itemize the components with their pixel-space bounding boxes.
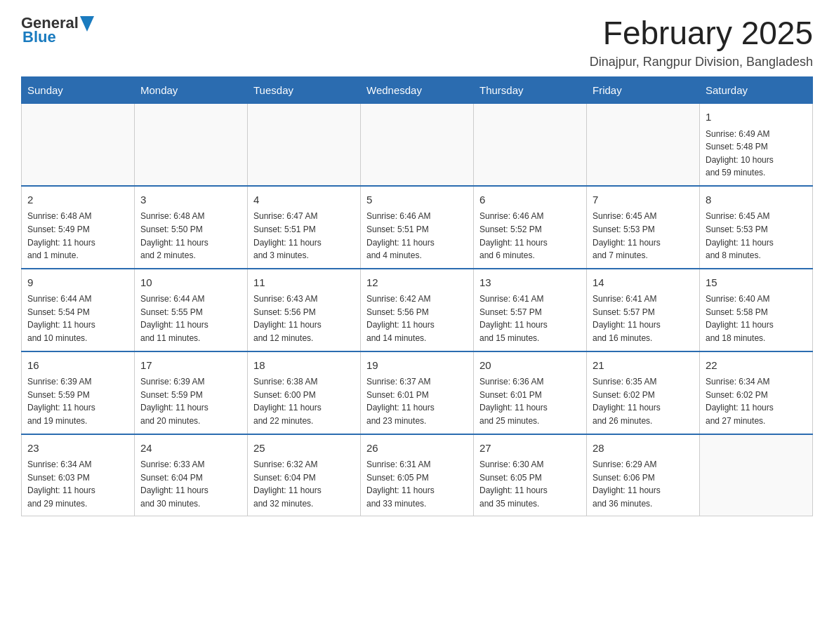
month-title: February 2025 xyxy=(590,14,813,52)
day-number: 4 xyxy=(253,192,355,208)
logo: General Blue xyxy=(21,14,94,46)
day-number: 12 xyxy=(366,275,468,291)
day-number: 20 xyxy=(479,358,581,374)
day-info: Sunrise: 6:39 AMSunset: 5:59 PMDaylight:… xyxy=(27,375,128,427)
day-number: 17 xyxy=(140,358,241,374)
day-info: Sunrise: 6:37 AMSunset: 6:01 PMDaylight:… xyxy=(366,375,468,427)
calendar-cell: 13Sunrise: 6:41 AMSunset: 5:57 PMDayligh… xyxy=(474,269,587,351)
location-subtitle: Dinajpur, Rangpur Division, Bangladesh xyxy=(590,55,813,69)
day-number: 18 xyxy=(253,358,355,374)
calendar-cell xyxy=(135,104,248,186)
day-info: Sunrise: 6:46 AMSunset: 5:52 PMDaylight:… xyxy=(479,210,581,262)
calendar-cell: 4Sunrise: 6:47 AMSunset: 5:51 PMDaylight… xyxy=(248,186,361,269)
calendar-cell: 27Sunrise: 6:30 AMSunset: 6:05 PMDayligh… xyxy=(474,434,587,516)
day-number: 23 xyxy=(27,441,128,457)
day-number: 28 xyxy=(593,441,694,457)
day-number: 19 xyxy=(366,358,468,374)
calendar-cell: 3Sunrise: 6:48 AMSunset: 5:50 PMDaylight… xyxy=(135,186,248,269)
calendar-cell: 2Sunrise: 6:48 AMSunset: 5:49 PMDaylight… xyxy=(22,186,135,269)
calendar-cell: 18Sunrise: 6:38 AMSunset: 6:00 PMDayligh… xyxy=(248,351,361,434)
logo-blue-text: Blue xyxy=(22,28,56,46)
day-info: Sunrise: 6:45 AMSunset: 5:53 PMDaylight:… xyxy=(593,210,694,262)
day-info: Sunrise: 6:32 AMSunset: 6:04 PMDaylight:… xyxy=(253,458,355,510)
day-info: Sunrise: 6:48 AMSunset: 5:50 PMDaylight:… xyxy=(140,210,241,262)
day-info: Sunrise: 6:46 AMSunset: 5:51 PMDaylight:… xyxy=(366,210,468,262)
day-number: 24 xyxy=(140,441,241,457)
day-number: 10 xyxy=(140,275,241,291)
day-number: 6 xyxy=(479,192,581,208)
calendar-cell xyxy=(22,104,135,186)
day-info: Sunrise: 6:41 AMSunset: 5:57 PMDaylight:… xyxy=(479,293,581,344)
day-number: 3 xyxy=(140,192,241,208)
day-info: Sunrise: 6:38 AMSunset: 6:00 PMDaylight:… xyxy=(253,375,355,427)
calendar-cell: 20Sunrise: 6:36 AMSunset: 6:01 PMDayligh… xyxy=(474,351,587,434)
title-section: February 2025 Dinajpur, Rangpur Division… xyxy=(590,14,813,69)
calendar-cell: 6Sunrise: 6:46 AMSunset: 5:52 PMDaylight… xyxy=(474,186,587,269)
day-info: Sunrise: 6:40 AMSunset: 5:58 PMDaylight:… xyxy=(706,293,807,344)
calendar-cell: 5Sunrise: 6:46 AMSunset: 5:51 PMDaylight… xyxy=(361,186,474,269)
calendar-week-row: 23Sunrise: 6:34 AMSunset: 6:03 PMDayligh… xyxy=(22,434,813,516)
calendar-cell: 10Sunrise: 6:44 AMSunset: 5:55 PMDayligh… xyxy=(135,269,248,351)
calendar-cell: 7Sunrise: 6:45 AMSunset: 5:53 PMDaylight… xyxy=(587,186,700,269)
day-number: 13 xyxy=(479,275,581,291)
weekday-header-sunday: Sunday xyxy=(22,77,135,104)
calendar-cell: 17Sunrise: 6:39 AMSunset: 5:59 PMDayligh… xyxy=(135,351,248,434)
day-info: Sunrise: 6:47 AMSunset: 5:51 PMDaylight:… xyxy=(253,210,355,262)
weekday-header-thursday: Thursday xyxy=(474,77,587,104)
day-info: Sunrise: 6:39 AMSunset: 5:59 PMDaylight:… xyxy=(140,375,241,427)
day-number: 16 xyxy=(27,358,128,374)
day-info: Sunrise: 6:45 AMSunset: 5:53 PMDaylight:… xyxy=(706,210,807,262)
calendar-cell: 12Sunrise: 6:42 AMSunset: 5:56 PMDayligh… xyxy=(361,269,474,351)
calendar-cell xyxy=(587,104,700,186)
day-number: 2 xyxy=(27,192,128,208)
calendar-cell: 25Sunrise: 6:32 AMSunset: 6:04 PMDayligh… xyxy=(248,434,361,516)
day-number: 15 xyxy=(706,275,807,291)
calendar-cell xyxy=(248,104,361,186)
day-info: Sunrise: 6:31 AMSunset: 6:05 PMDaylight:… xyxy=(366,458,468,510)
calendar-header-row: SundayMondayTuesdayWednesdayThursdayFrid… xyxy=(22,77,813,104)
calendar-cell: 11Sunrise: 6:43 AMSunset: 5:56 PMDayligh… xyxy=(248,269,361,351)
day-info: Sunrise: 6:43 AMSunset: 5:56 PMDaylight:… xyxy=(253,293,355,344)
day-info: Sunrise: 6:34 AMSunset: 6:02 PMDaylight:… xyxy=(706,375,807,427)
calendar-cell xyxy=(700,434,813,516)
day-info: Sunrise: 6:33 AMSunset: 6:04 PMDaylight:… xyxy=(140,458,241,510)
page-header: General Blue February 2025 Dinajpur, Ran… xyxy=(21,14,813,69)
weekday-header-monday: Monday xyxy=(135,77,248,104)
calendar-cell: 21Sunrise: 6:35 AMSunset: 6:02 PMDayligh… xyxy=(587,351,700,434)
calendar-cell: 28Sunrise: 6:29 AMSunset: 6:06 PMDayligh… xyxy=(587,434,700,516)
weekday-header-saturday: Saturday xyxy=(700,77,813,104)
calendar-week-row: 1Sunrise: 6:49 AMSunset: 5:48 PMDaylight… xyxy=(22,104,813,186)
logo-triangle-icon xyxy=(80,16,94,32)
calendar-cell: 16Sunrise: 6:39 AMSunset: 5:59 PMDayligh… xyxy=(22,351,135,434)
day-info: Sunrise: 6:34 AMSunset: 6:03 PMDaylight:… xyxy=(27,458,128,510)
calendar-cell xyxy=(361,104,474,186)
calendar-week-row: 9Sunrise: 6:44 AMSunset: 5:54 PMDaylight… xyxy=(22,269,813,351)
day-number: 5 xyxy=(366,192,468,208)
day-info: Sunrise: 6:49 AMSunset: 5:48 PMDaylight:… xyxy=(706,128,807,180)
day-info: Sunrise: 6:44 AMSunset: 5:55 PMDaylight:… xyxy=(140,293,241,344)
day-number: 21 xyxy=(593,358,694,374)
calendar-cell: 1Sunrise: 6:49 AMSunset: 5:48 PMDaylight… xyxy=(700,104,813,186)
day-number: 7 xyxy=(593,192,694,208)
day-info: Sunrise: 6:36 AMSunset: 6:01 PMDaylight:… xyxy=(479,375,581,427)
weekday-header-friday: Friday xyxy=(587,77,700,104)
calendar-table: SundayMondayTuesdayWednesdayThursdayFrid… xyxy=(21,76,813,516)
calendar-cell xyxy=(474,104,587,186)
day-number: 8 xyxy=(706,192,807,208)
day-info: Sunrise: 6:30 AMSunset: 6:05 PMDaylight:… xyxy=(479,458,581,510)
day-info: Sunrise: 6:44 AMSunset: 5:54 PMDaylight:… xyxy=(27,293,128,344)
day-info: Sunrise: 6:41 AMSunset: 5:57 PMDaylight:… xyxy=(593,293,694,344)
svg-marker-0 xyxy=(80,16,94,32)
calendar-cell: 19Sunrise: 6:37 AMSunset: 6:01 PMDayligh… xyxy=(361,351,474,434)
calendar-cell: 23Sunrise: 6:34 AMSunset: 6:03 PMDayligh… xyxy=(22,434,135,516)
day-number: 25 xyxy=(253,441,355,457)
day-number: 11 xyxy=(253,275,355,291)
day-number: 14 xyxy=(593,275,694,291)
calendar-cell: 26Sunrise: 6:31 AMSunset: 6:05 PMDayligh… xyxy=(361,434,474,516)
calendar-week-row: 16Sunrise: 6:39 AMSunset: 5:59 PMDayligh… xyxy=(22,351,813,434)
calendar-cell: 24Sunrise: 6:33 AMSunset: 6:04 PMDayligh… xyxy=(135,434,248,516)
weekday-header-tuesday: Tuesday xyxy=(248,77,361,104)
day-info: Sunrise: 6:42 AMSunset: 5:56 PMDaylight:… xyxy=(366,293,468,344)
calendar-cell: 9Sunrise: 6:44 AMSunset: 5:54 PMDaylight… xyxy=(22,269,135,351)
day-number: 26 xyxy=(366,441,468,457)
